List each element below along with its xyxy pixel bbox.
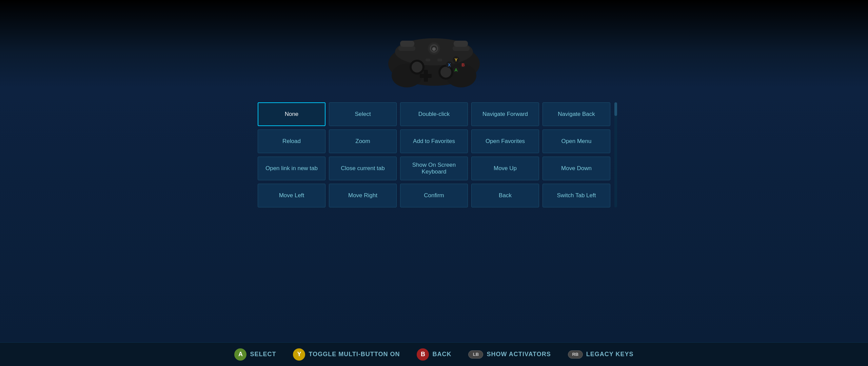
bottom-item-y: YTOGGLE MULTI-BUTTON ON (293, 348, 400, 361)
action-btn-close-current-tab[interactable]: Close current tab (329, 157, 397, 180)
bottom-label-a: SELECT (250, 351, 276, 358)
svg-rect-23 (437, 59, 442, 61)
bottom-item-rb: RBLEGACY KEYS (568, 350, 634, 359)
action-btn-show-on-screen-keyboard[interactable]: Show On Screen Keyboard (400, 157, 468, 180)
action-grid: NoneSelectDouble-clickNavigate ForwardNa… (258, 102, 610, 207)
action-btn-navigate-forward[interactable]: Navigate Forward (471, 102, 539, 126)
scrollbar[interactable] (614, 102, 617, 207)
bottom-label-rb: LEGACY KEYS (586, 351, 634, 358)
bottom-label-b: BACK (432, 351, 451, 358)
action-btn-add-to-favorites[interactable]: Add to Favorites (400, 129, 468, 153)
top-area: ⊕ Y B X A (0, 0, 868, 87)
button-lb-icon: LB (468, 350, 483, 359)
svg-rect-24 (398, 46, 415, 51)
bottom-label-lb: SHOW ACTIVATORS (487, 351, 551, 358)
svg-rect-22 (426, 59, 430, 61)
action-btn-switch-tab-left[interactable]: Switch Tab Left (542, 184, 610, 207)
svg-rect-25 (453, 46, 470, 51)
action-btn-confirm[interactable]: Confirm (400, 184, 468, 207)
button-y-icon: Y (293, 348, 305, 361)
action-btn-double-click[interactable]: Double-click (400, 102, 468, 126)
svg-text:X: X (448, 62, 451, 67)
svg-text:A: A (454, 67, 458, 73)
bottom-label-y: TOGGLE MULTI-BUTTON ON (309, 351, 400, 358)
action-btn-select[interactable]: Select (329, 102, 397, 126)
action-btn-open-link-in-new-tab[interactable]: Open link in new tab (258, 157, 326, 180)
action-btn-move-down[interactable]: Move Down (542, 157, 610, 180)
main-panel: NoneSelectDouble-clickNavigate ForwardNa… (0, 87, 868, 342)
action-btn-back[interactable]: Back (471, 184, 539, 207)
controller-illustration: ⊕ Y B X A (380, 20, 488, 87)
action-btn-zoom[interactable]: Zoom (329, 129, 397, 153)
action-btn-move-left[interactable]: Move Left (258, 184, 326, 207)
bottom-bar: ASELECTYTOGGLE MULTI-BUTTON ONBBACKLBSHO… (0, 342, 868, 366)
button-rb-icon: RB (568, 350, 583, 359)
svg-text:Y: Y (455, 57, 458, 62)
bottom-item-lb: LBSHOW ACTIVATORS (468, 350, 551, 359)
action-btn-open-menu[interactable]: Open Menu (542, 129, 610, 153)
action-btn-open-favorites[interactable]: Open Favorites (471, 129, 539, 153)
svg-text:⊕: ⊕ (432, 46, 436, 52)
action-btn-navigate-back[interactable]: Navigate Back (542, 102, 610, 126)
bottom-item-a: ASELECT (234, 348, 276, 361)
action-btn-none[interactable]: None (258, 102, 326, 126)
svg-point-9 (412, 62, 422, 73)
svg-rect-27 (454, 41, 468, 47)
svg-rect-13 (420, 74, 432, 78)
svg-point-11 (440, 67, 451, 78)
action-btn-move-right[interactable]: Move Right (329, 184, 397, 207)
scrollbar-thumb[interactable] (614, 102, 617, 116)
action-btn-move-up[interactable]: Move Up (471, 157, 539, 180)
bottom-item-b: BBACK (417, 348, 451, 361)
button-b-icon: B (417, 348, 429, 361)
action-btn-reload[interactable]: Reload (258, 129, 326, 153)
svg-text:B: B (461, 62, 465, 67)
button-a-icon: A (234, 348, 246, 361)
svg-rect-26 (400, 41, 414, 47)
